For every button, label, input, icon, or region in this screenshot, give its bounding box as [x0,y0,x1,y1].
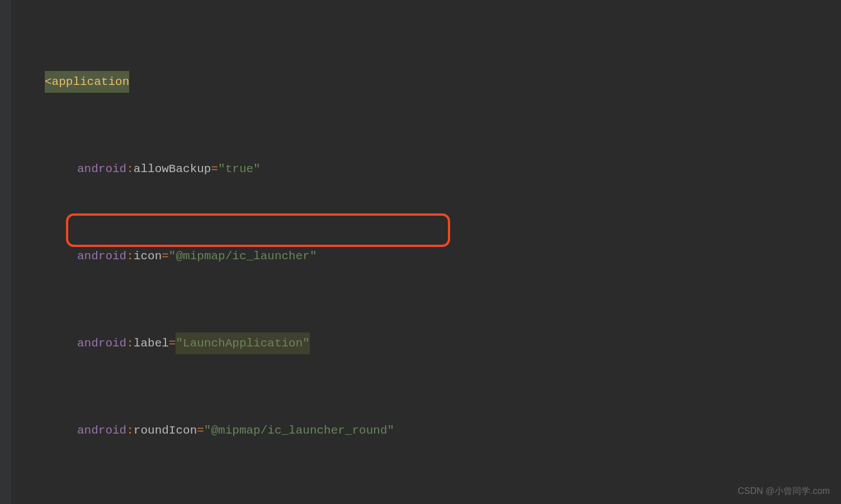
attr-name: icon [134,245,162,267]
attr-value: @mipmap/ic_launcher_round [211,420,387,441]
attr-namespace: android [77,245,126,267]
attr-namespace: android [77,332,126,354]
code-editor[interactable]: <application android:allowBackup="true" … [0,0,841,504]
watermark-text: CSDN @小曾同学.com [738,486,830,497]
attr-namespace: android [77,158,126,180]
tag-name: application [52,75,130,88]
tag-open: < [45,75,52,88]
code-line[interactable]: android:allowBackup="true" [17,158,841,180]
attr-name: allowBackup [134,158,211,180]
code-line[interactable]: android:roundIcon="@mipmap/ic_launcher_r… [17,420,841,441]
attr-name: roundIcon [134,420,197,441]
attr-value: @mipmap/ic_launcher [176,245,309,267]
attr-namespace: android [77,420,126,441]
attr-value: LaunchApplication [183,337,303,350]
code-line[interactable]: android:icon="@mipmap/ic_launcher" [17,245,841,267]
editor-gutter [0,0,11,504]
code-line[interactable]: <application [17,71,841,93]
attr-name: label [134,332,169,354]
attr-value: true [225,158,253,180]
code-line[interactable]: android:label="LaunchApplication" [17,332,841,354]
